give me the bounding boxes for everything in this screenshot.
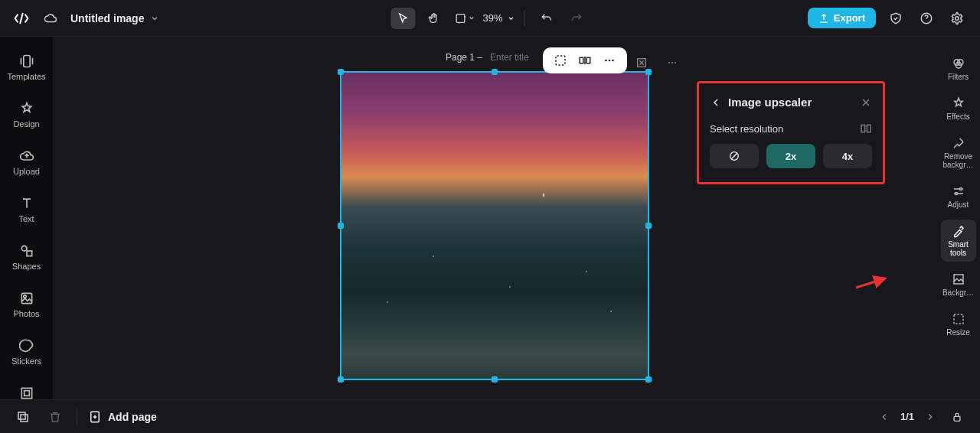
upscaler-close-button[interactable] — [860, 96, 872, 109]
selected-image-frame[interactable] — [340, 71, 649, 380]
lock-icon[interactable] — [946, 406, 968, 428]
page-number-label: Page 1 – — [446, 52, 482, 63]
svg-rect-6 — [21, 293, 31, 303]
svg-rect-32 — [21, 415, 28, 422]
more-options-icon[interactable] — [603, 54, 616, 67]
right-item-filters[interactable]: Filters — [941, 52, 976, 86]
select-tool-button[interactable] — [390, 8, 415, 29]
app-logo-icon[interactable] — [12, 9, 31, 28]
right-item-background[interactable]: Backgr… — [941, 268, 976, 301]
zoom-dropdown[interactable]: 39% — [482, 12, 514, 24]
canvas-image[interactable] — [341, 73, 648, 379]
document-title: Untitled image — [70, 12, 144, 24]
page-title-input[interactable] — [490, 52, 544, 63]
canvas-tools: 39% — [390, 8, 589, 29]
svg-point-4 — [21, 246, 27, 251]
upscaler-subtitle: Select resolution — [710, 123, 783, 135]
svg-rect-29 — [954, 275, 963, 284]
svg-point-27 — [959, 188, 962, 190]
page-counter: 1/1 — [900, 411, 914, 422]
svg-point-28 — [955, 193, 957, 195]
left-sidebar: Templates Design Upload Text Shapes Phot… — [0, 37, 54, 399]
resize-handle-bl[interactable] — [338, 376, 344, 383]
layers-icon[interactable] — [12, 406, 34, 428]
crop-tool-dropdown[interactable] — [452, 8, 476, 29]
resize-handle-br[interactable] — [645, 376, 652, 383]
selection-toolbar — [543, 47, 627, 73]
resize-handle-b[interactable] — [492, 376, 498, 383]
next-page-button[interactable] — [925, 412, 936, 422]
compare-icon[interactable] — [860, 122, 872, 135]
right-item-resize[interactable]: Resize — [941, 308, 976, 341]
settings-icon[interactable] — [946, 8, 968, 29]
right-item-removebg[interactable]: Remove backgr… — [941, 132, 976, 174]
export-label: Export — [834, 12, 865, 24]
svg-point-17 — [668, 62, 670, 63]
right-sidebar: Filters Effects Remove backgr… Adjust Sm… — [936, 37, 980, 399]
svg-rect-8 — [21, 388, 31, 398]
svg-rect-31 — [18, 412, 25, 419]
add-page-button[interactable]: Add page — [88, 410, 157, 424]
canvas-more-icon[interactable] — [662, 52, 683, 73]
sidebar-item-shapes[interactable]: Shapes — [0, 240, 53, 274]
svg-rect-11 — [580, 57, 583, 63]
resolution-none-button[interactable] — [710, 144, 759, 168]
resize-handle-l[interactable] — [338, 223, 344, 229]
sidebar-item-text[interactable]: Text — [0, 193, 53, 226]
expand-canvas-icon[interactable] — [631, 52, 652, 73]
svg-point-2 — [956, 16, 959, 20]
help-icon[interactable] — [916, 8, 937, 29]
upscaler-title: Image upscaler — [728, 96, 812, 109]
prev-page-button[interactable] — [879, 412, 890, 422]
right-item-adjust[interactable]: Adjust — [941, 180, 976, 213]
zoom-value: 39% — [482, 12, 502, 24]
svg-rect-34 — [954, 416, 960, 421]
annotation-arrow — [854, 275, 888, 291]
svg-rect-0 — [456, 14, 465, 22]
svg-rect-21 — [867, 125, 871, 132]
svg-point-7 — [23, 295, 25, 298]
flip-icon[interactable] — [578, 54, 592, 67]
undo-button[interactable] — [534, 8, 559, 29]
document-title-dropdown[interactable]: Untitled image — [70, 12, 159, 24]
resize-handle-r[interactable] — [645, 223, 652, 229]
svg-rect-12 — [586, 57, 590, 63]
cloud-sync-icon[interactable] — [43, 11, 58, 26]
svg-point-19 — [675, 62, 676, 63]
svg-point-18 — [671, 62, 673, 63]
right-item-effects[interactable]: Effects — [941, 92, 976, 125]
svg-rect-9 — [24, 391, 29, 396]
right-item-smarttools[interactable]: Smart tools — [941, 220, 976, 262]
svg-rect-3 — [23, 56, 29, 67]
hand-tool-button[interactable] — [421, 8, 446, 29]
resolution-2x-button[interactable]: 2x — [766, 144, 815, 168]
export-button[interactable]: Export — [808, 8, 876, 28]
sidebar-item-stickers[interactable]: Stickers — [0, 335, 53, 369]
resize-handle-tl[interactable] — [338, 69, 344, 75]
svg-point-14 — [609, 60, 611, 62]
svg-point-15 — [612, 60, 614, 62]
chevron-down-icon — [150, 14, 159, 23]
resolution-4x-button[interactable]: 4x — [823, 144, 872, 168]
svg-rect-20 — [861, 125, 865, 132]
bottom-bar: Add page 1/1 — [0, 399, 980, 433]
delete-page-icon[interactable] — [44, 406, 66, 428]
crop-icon[interactable] — [554, 54, 567, 67]
sidebar-item-upload[interactable]: Upload — [0, 145, 53, 179]
svg-point-13 — [605, 60, 607, 62]
top-bar: Untitled image 39% — [0, 0, 980, 37]
svg-rect-5 — [27, 251, 32, 256]
shield-icon[interactable] — [885, 8, 906, 29]
canvas-area: Page 1 – — [54, 37, 936, 399]
svg-rect-10 — [556, 56, 565, 65]
resize-handle-t[interactable] — [492, 69, 498, 75]
upscaler-back-button[interactable] — [710, 96, 722, 109]
sidebar-item-templates[interactable]: Templates — [0, 50, 53, 84]
svg-line-23 — [856, 278, 885, 288]
redo-button[interactable] — [565, 8, 590, 29]
sidebar-item-design[interactable]: Design — [0, 98, 53, 132]
sidebar-item-photos[interactable]: Photos — [0, 288, 53, 321]
svg-rect-30 — [954, 314, 963, 324]
image-upscaler-panel: Image upscaler Select resolution 2x — [697, 81, 885, 184]
